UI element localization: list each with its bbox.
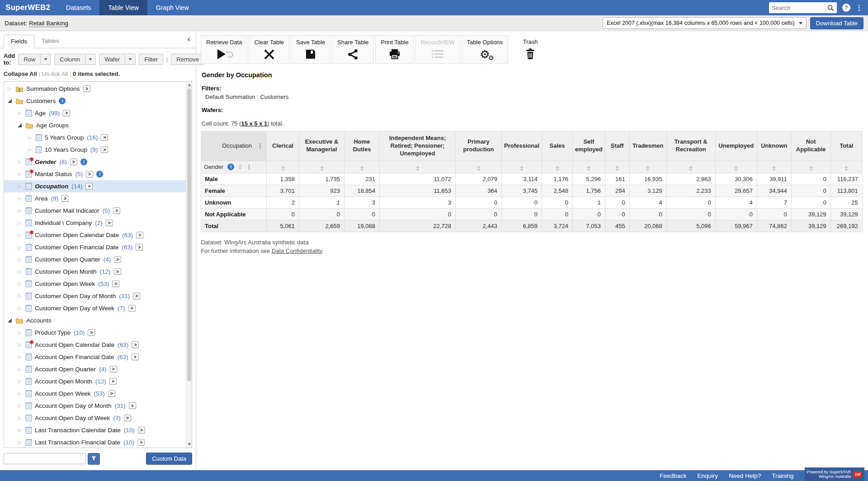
field-action-button[interactable]: > [63,110,70,117]
footer-link-training[interactable]: Training [772,472,793,479]
sort-cell[interactable] [791,161,830,173]
sort-icon[interactable] [689,166,693,171]
help-icon[interactable]: ? [842,4,850,12]
expand-node-icon[interactable]: ▷ [27,135,33,140]
scrollbar-thumb[interactable] [187,89,191,381]
tree-item-customer-open-calendar-date[interactable]: ▷✱Customer Open Calendar Date(63)> [4,229,186,241]
nav-tab-table-view[interactable]: Table View [99,0,147,15]
chevron-down-icon[interactable] [41,54,51,65]
tree-item-account-open-quarter[interactable]: ▷Account Open Quarter(4)> [4,363,186,375]
print-table-button[interactable]: Print Table [375,35,414,64]
tree-item-occupation[interactable]: ▷Occupation(14)> [4,180,186,192]
sort-icon[interactable] [809,166,813,171]
column-dimension-header[interactable]: Occupation⋮ [201,131,267,161]
field-action-button[interactable]: > [114,256,121,263]
cell-count-link[interactable]: 15 x 5 x 1 [241,120,267,127]
tree-item-account-open-day-of-week[interactable]: ▷Account Open Day of Week(7)> [4,412,186,424]
sort-icon[interactable] [646,166,650,171]
sort-cell[interactable] [666,161,715,173]
nav-tab-graph-view[interactable]: Graph View [147,0,198,15]
sort-cell[interactable] [542,161,573,173]
custom-data-input[interactable] [4,453,86,464]
info-icon[interactable]: i [59,98,66,104]
column-menu-icon[interactable]: ⋮ [257,142,263,150]
field-action-button[interactable]: > [101,146,108,153]
sort-icon[interactable] [281,166,285,171]
sort-icon[interactable] [320,166,324,171]
field-action-button[interactable]: > [70,159,77,165]
column-header-staff[interactable]: Staff [605,131,629,161]
sort-icon[interactable] [615,166,619,171]
expand-node-icon[interactable]: ▷ [17,245,23,250]
expand-node-icon[interactable]: ▷ [17,111,23,116]
column-header-home-duties[interactable]: Home Duties [344,131,380,161]
expand-node-icon[interactable]: ▷ [17,379,23,384]
field-action-button[interactable]: > [110,366,117,373]
field-action-button[interactable]: > [106,219,113,226]
tree-item-account-open-financial-date[interactable]: ▷Account Open Financial Date(63)> [4,351,186,363]
expand-node-icon[interactable]: ▷ [17,355,23,360]
sort-cell[interactable] [715,161,757,173]
download-table-button[interactable]: Download Table [810,17,863,29]
sort-cell[interactable] [830,161,862,173]
tree-item-customers[interactable]: Customersi [4,95,186,107]
tree-item-account-open-day-of-month[interactable]: ▷Account Open Day of Month(31)> [4,400,186,412]
field-action-button[interactable]: > [136,232,143,238]
trash-button[interactable]: Trash [518,35,543,64]
info-icon[interactable]: i [96,171,103,177]
sort-cell[interactable] [456,161,502,173]
share-table-button[interactable]: Share Table [332,35,374,64]
field-action-button[interactable]: > [85,183,93,190]
field-action-button[interactable]: > [108,390,115,397]
tree-item-summation-options[interactable]: ▷ΣSummation Options> [4,83,186,95]
collapse-node-icon[interactable] [7,99,13,103]
sort-cell[interactable] [605,161,629,173]
table-options-button[interactable]: Table Options⚙⚙ [462,35,509,64]
field-action-button[interactable]: > [136,244,143,251]
add-to-row-button[interactable]: Row [18,54,51,65]
column-header-primary-production[interactable]: Primary production [456,131,502,161]
field-action-button[interactable]: > [109,378,117,385]
sort-cell[interactable] [573,161,605,173]
tab-tables[interactable]: Tables [34,34,66,48]
filter-funnel-button[interactable] [88,453,100,465]
column-header-transport-recreation[interactable]: Transport & Recreation [666,131,715,161]
tree-item-gender[interactable]: ▷✱Gender(6)>i [4,156,186,168]
column-header-independent-means-retired-pensioner-unemployed[interactable]: Independent Means; Retired; Pensioner; U… [380,131,456,161]
tree-item-customer-mail-indicator[interactable]: ▷Customer Mail Indicator(5)> [4,205,186,217]
expand-node-icon[interactable]: ▷ [17,281,23,286]
tree-item-customer-open-financial-date[interactable]: ▷Customer Open Financial Date(63)> [4,241,186,253]
expand-node-icon[interactable]: ▷ [7,86,13,91]
expand-node-icon[interactable]: ▷ [17,306,23,311]
column-header-total[interactable]: Total [830,131,862,161]
field-action-button[interactable]: > [132,354,139,360]
expand-node-icon[interactable]: ▷ [27,147,33,152]
column-header-executive-managerial[interactable]: Executive & Managerial [299,131,344,161]
expand-node-icon[interactable]: ▷ [17,440,23,445]
chevron-down-icon[interactable] [125,54,136,65]
column-header-unemployed[interactable]: Unemployed [715,131,757,161]
untick-all-link[interactable]: Un-tick All [42,70,68,77]
column-header-unknown[interactable]: Unknown [757,131,791,161]
search-icon[interactable] [827,5,834,11]
tree-item-5-years-group[interactable]: ▷5 Years Group(16)> [4,131,186,144]
field-action-button[interactable]: > [61,195,69,202]
expand-node-icon[interactable]: ▷ [17,403,23,408]
expand-node-icon[interactable]: ▷ [17,208,23,213]
sort-icon[interactable] [360,166,364,171]
retrieve-data-button[interactable]: Retrieve Data [201,35,247,64]
tree-item-last-transaction-calendar-date[interactable]: ▷Last Transaction Calendar Date(10)> [4,424,186,436]
field-action-button[interactable]: > [137,439,145,446]
tree-item-age[interactable]: ▷Age(99)> [4,107,186,119]
expand-node-icon[interactable]: ▷ [17,342,23,347]
chevron-down-icon[interactable] [85,54,96,65]
expand-node-icon[interactable]: ▷ [17,184,23,189]
field-action-button[interactable]: > [138,427,145,434]
expand-node-icon[interactable]: ▷ [17,416,23,420]
overflow-menu-icon[interactable]: ⋮ [856,4,863,12]
footer-link-feedback[interactable]: Feedback [660,472,686,479]
field-action-button[interactable]: > [114,268,121,275]
scroll-up-icon[interactable] [188,84,191,86]
info-icon[interactable]: i [80,159,87,165]
column-header-clerical[interactable]: Clerical [267,131,299,161]
